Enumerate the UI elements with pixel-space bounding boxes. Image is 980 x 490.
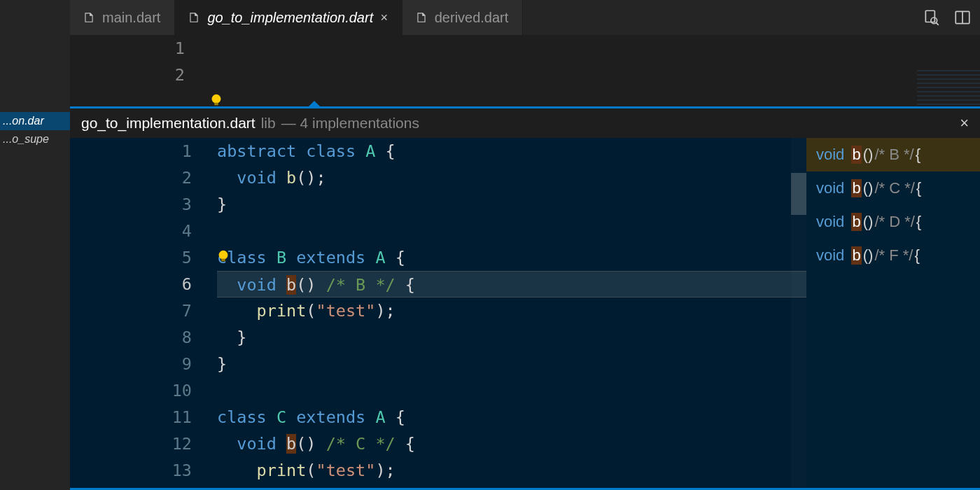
line-number: 4 xyxy=(70,218,192,244)
scrollbar-thumb[interactable] xyxy=(791,173,806,215)
svg-rect-6 xyxy=(214,103,218,106)
svg-line-2 xyxy=(937,23,939,25)
line-number: 1 xyxy=(70,35,185,62)
peek-gutter: 12345678910111213 xyxy=(70,138,217,488)
lightbulb-icon[interactable] xyxy=(216,248,231,264)
tab-go-to-implementation[interactable]: go_to_implementation.dart × xyxy=(175,0,402,35)
line-number: 7 xyxy=(70,298,192,324)
peek-reference-item[interactable]: void b() /* B */ { xyxy=(806,138,980,172)
code-line[interactable]: class B extends A { xyxy=(217,244,806,271)
code-line[interactable]: } xyxy=(217,351,806,377)
peek-header: go_to_implementation.dart lib — 4 implem… xyxy=(70,108,980,138)
line-number: 1 xyxy=(70,138,192,164)
peek-view: go_to_implementation.dart lib — 4 implem… xyxy=(70,106,980,490)
code-line[interactable]: abstract class A { xyxy=(217,138,806,164)
close-icon[interactable]: × xyxy=(960,114,969,132)
app-root: on.dar... o_supe... main.dart go_to_impl… xyxy=(0,0,980,490)
line-number: 9 xyxy=(70,351,192,377)
close-icon[interactable]: × xyxy=(380,10,388,25)
svg-rect-0 xyxy=(925,10,934,22)
peek-pointer xyxy=(308,101,321,107)
code-line[interactable]: void b(); xyxy=(217,164,806,191)
peek-reference-item[interactable]: void b() /* C */ { xyxy=(806,172,980,205)
line-number: 11 xyxy=(70,404,192,430)
peek-filename: go_to_implementation.dart xyxy=(81,115,255,132)
line-number: 5 xyxy=(70,244,192,271)
line-number: 10 xyxy=(70,377,192,404)
line-number: 6 xyxy=(70,271,192,298)
code-line[interactable]: void b() /* B */ { xyxy=(217,271,806,298)
line-number: 2 xyxy=(70,164,192,191)
peek-reference-item[interactable]: void b() /* D */ { xyxy=(806,205,980,239)
svg-point-5 xyxy=(212,94,221,104)
editor-area: main.dart go_to_implementation.dart × de… xyxy=(70,0,980,490)
line-number: 8 xyxy=(70,324,192,351)
explorer-sidebar: on.dar... o_supe... xyxy=(0,0,70,490)
line-number: 3 xyxy=(70,191,192,218)
code-line[interactable]: } xyxy=(217,324,806,351)
code-line[interactable]: print("test"); xyxy=(217,298,806,324)
file-icon xyxy=(83,11,95,24)
code-line[interactable]: } xyxy=(217,191,806,218)
peek-body: 12345678910111213 abstract class A { voi… xyxy=(70,138,980,488)
scrollbar[interactable] xyxy=(791,138,806,488)
tab-actions xyxy=(923,0,980,35)
sidebar-item-1[interactable]: o_supe... xyxy=(0,130,70,148)
line-number: 13 xyxy=(70,457,192,484)
file-icon xyxy=(188,11,200,24)
lightbulb-icon[interactable] xyxy=(209,92,224,108)
file-icon xyxy=(415,11,428,24)
find-in-file-icon[interactable] xyxy=(923,8,941,27)
peek-dir: lib xyxy=(261,115,276,132)
tab-derived-dart[interactable]: derived.dart xyxy=(402,0,524,35)
peek-reference-item[interactable]: void b() /* F */ { xyxy=(806,239,980,272)
peek-reference-list: void b() /* B */ {void b() /* C */ {void… xyxy=(806,138,980,488)
tab-label: derived.dart xyxy=(435,10,509,26)
peek-code[interactable]: abstract class A { void b();}class B ext… xyxy=(217,138,806,488)
tab-bar: main.dart go_to_implementation.dart × de… xyxy=(70,0,980,35)
code-line[interactable]: class C extends A { xyxy=(217,404,806,430)
sidebar-item-0[interactable]: on.dar... xyxy=(0,112,70,130)
tab-label: main.dart xyxy=(102,10,160,26)
svg-rect-8 xyxy=(221,259,225,262)
code-line[interactable]: void b() /* C */ { xyxy=(217,430,806,457)
tab-main-dart[interactable]: main.dart xyxy=(70,0,175,35)
peek-meta: — 4 implementations xyxy=(281,115,419,132)
code-line[interactable] xyxy=(217,218,806,244)
tab-label: go_to_implementation.dart xyxy=(207,10,373,26)
peek-editor[interactable]: 12345678910111213 abstract class A { voi… xyxy=(70,138,806,488)
code-line[interactable]: print("test"); xyxy=(217,457,806,484)
sidebar-spacer xyxy=(0,0,70,112)
svg-point-7 xyxy=(219,251,228,260)
line-number: 2 xyxy=(70,62,185,88)
line-number: 12 xyxy=(70,430,192,457)
split-editor-icon[interactable] xyxy=(953,8,972,27)
code-line[interactable] xyxy=(217,377,806,404)
